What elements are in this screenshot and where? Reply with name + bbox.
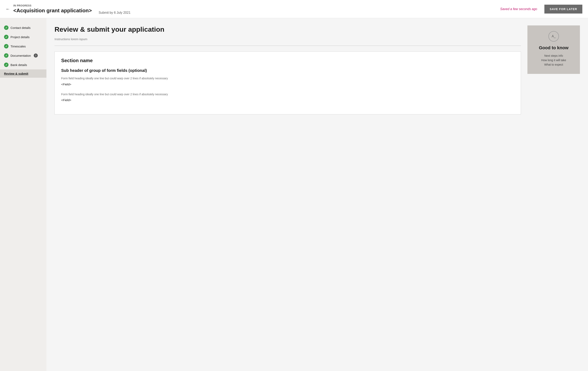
header-title-group: IN PROGRESS <Acquisition grant applicati… xyxy=(13,4,92,14)
section-sub-header: Sub header of group of form fields (opti… xyxy=(61,68,514,73)
page-title: Review & submit your application xyxy=(54,25,521,33)
sidebar-right: A_ Good to know Next steps info How long… xyxy=(527,25,580,363)
back-button[interactable]: ← xyxy=(6,6,10,12)
sidebar-label-bank: Bank details xyxy=(10,63,27,67)
header-deadline: Submit by 6 July 2021 xyxy=(99,11,130,15)
section-card: Section name Sub header of group of form… xyxy=(54,52,521,114)
save-for-later-button[interactable]: SAVE FOR LATER xyxy=(544,5,582,13)
check-icon-documentation xyxy=(4,53,9,58)
page-header: ← IN PROGRESS <Acquisition grant applica… xyxy=(0,0,588,18)
sidebar-item-bank-details[interactable]: Bank details xyxy=(0,60,46,69)
sidebar-label-project: Project details xyxy=(10,35,30,39)
good-to-know-panel: A_ Good to know Next steps info How long… xyxy=(527,25,580,74)
sidebar-label-contact: Contact details xyxy=(10,26,31,30)
sidebar-item-documentation[interactable]: Documentation 3 xyxy=(0,51,46,60)
check-icon-contact xyxy=(4,25,9,30)
field-label-2: Form field heading ideally one line but … xyxy=(61,93,514,96)
good-to-know-item-2: How long it will take xyxy=(532,59,575,62)
header-title: <Acquisition grant application> xyxy=(13,8,92,14)
field-group-1: Form field heading ideally one line but … xyxy=(61,76,514,86)
avatar: A_ xyxy=(548,31,559,41)
sidebar-nav: Contact details Project details Timescal… xyxy=(0,18,46,371)
instructions-text: Instructions lorem ispum xyxy=(54,37,521,41)
sidebar-item-timescales[interactable]: Timescales xyxy=(0,41,46,51)
header-status: IN PROGRESS xyxy=(13,4,92,7)
sidebar-item-review-submit[interactable]: Review & submit xyxy=(0,69,46,78)
main-content: Review & submit your application Instruc… xyxy=(54,25,521,363)
field-value-2: <Field> xyxy=(61,98,514,102)
header-saved-text: Saved a few seconds ago xyxy=(500,7,537,11)
section-divider xyxy=(54,46,521,46)
good-to-know-title: Good to know xyxy=(532,45,575,51)
sidebar-label-review: Review & submit xyxy=(4,72,28,75)
field-value-1: <Field> xyxy=(61,82,514,86)
main-content-area: Review & submit your application Instruc… xyxy=(46,18,588,371)
sidebar-item-contact-details[interactable]: Contact details xyxy=(0,23,46,32)
check-icon-project xyxy=(4,35,9,39)
sidebar-label-timescales: Timescales xyxy=(10,45,26,48)
good-to-know-item-3: What to expect xyxy=(532,63,575,66)
section-name: Section name xyxy=(61,58,514,63)
check-icon-bank xyxy=(4,62,9,67)
main-layout: Contact details Project details Timescal… xyxy=(0,18,588,371)
sidebar-label-documentation: Documentation xyxy=(10,54,31,57)
documentation-badge: 3 xyxy=(34,53,38,58)
good-to-know-item-1: Next steps info xyxy=(532,54,575,57)
field-group-2: Form field heading ideally one line but … xyxy=(61,93,514,102)
sidebar-item-project-details[interactable]: Project details xyxy=(0,32,46,41)
field-label-1: Form field heading ideally one line but … xyxy=(61,76,514,81)
check-icon-timescales xyxy=(4,44,9,48)
